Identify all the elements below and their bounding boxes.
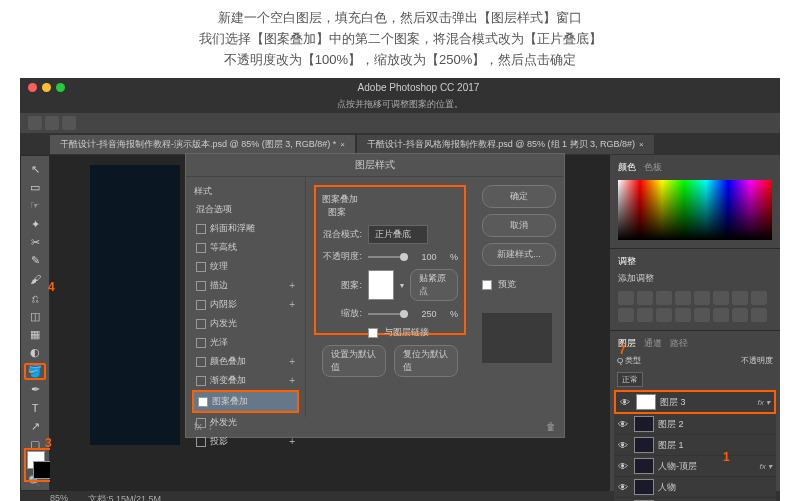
adjustment-icon[interactable] [618,291,634,305]
adjustment-icon[interactable] [618,308,634,322]
style-item-gradient-overlay[interactable]: 渐变叠加+ [192,371,299,390]
adjustments-tab[interactable]: 调整 [618,255,636,268]
adjustment-icon[interactable] [732,308,748,322]
close-tab-icon[interactable]: × [340,140,345,149]
checkbox-icon[interactable] [196,243,206,253]
layer-row[interactable]: 👁 图层 2 [614,414,776,435]
option-button[interactable] [28,116,42,130]
adjustment-icon[interactable] [675,308,691,322]
preview-checkbox[interactable] [482,280,492,290]
adjustment-icon[interactable] [713,291,729,305]
channels-tab[interactable]: 通道 [644,337,662,350]
style-item-color-overlay[interactable]: 颜色叠加+ [192,352,299,371]
opacity-slider[interactable] [368,256,408,258]
add-icon[interactable]: + [289,299,295,310]
gradient-tool[interactable]: ▦ [24,326,46,343]
layer-thumbnail[interactable] [634,416,654,432]
adjustment-icon[interactable] [694,308,710,322]
adjustment-icon[interactable] [732,291,748,305]
blur-tool[interactable]: ◐ [24,344,46,361]
link-checkbox[interactable] [368,328,378,338]
minimize-window-button[interactable] [42,83,51,92]
lasso-tool[interactable]: ☞ [24,197,46,214]
checkbox-icon[interactable] [196,262,206,272]
checkbox-icon[interactable] [196,376,206,386]
adjustment-icon[interactable] [637,291,653,305]
adjustment-icon[interactable] [656,308,672,322]
checkbox-icon[interactable] [196,224,206,234]
layer-row[interactable]: 👁 人物 [614,477,776,498]
close-window-button[interactable] [28,83,37,92]
style-item-pattern-overlay[interactable]: 图案叠加 [192,390,299,413]
visibility-icon[interactable]: 👁 [618,482,630,493]
checkbox-icon[interactable] [198,397,208,407]
pen-tool[interactable]: ✒ [24,381,46,398]
checkbox-icon[interactable] [196,437,206,447]
layer-thumbnail[interactable] [636,394,656,410]
trash-icon[interactable]: 🗑 [546,421,556,432]
marquee-tool[interactable]: ▭ [24,179,46,196]
adjustment-icon[interactable] [656,291,672,305]
visibility-icon[interactable]: 👁 [618,461,630,472]
make-default-button[interactable]: 设置为默认值 [322,345,386,377]
wand-tool[interactable]: ✦ [24,216,46,233]
add-icon[interactable]: + [289,356,295,367]
add-icon[interactable]: + [289,375,295,386]
reset-default-button[interactable]: 复位为默认值 [394,345,458,377]
adjustment-icon[interactable] [713,308,729,322]
adjustment-icon[interactable] [751,308,767,322]
snap-origin-button[interactable]: 贴紧原点 [410,269,458,301]
paths-tab[interactable]: 路径 [670,337,688,350]
style-item-stroke[interactable]: 描边+ [192,276,299,295]
eraser-tool[interactable]: ◫ [24,307,46,324]
layer-thumbnail[interactable] [634,437,654,453]
layer-thumbnail[interactable] [634,479,654,495]
path-tool[interactable]: ↗ [24,418,46,435]
layer-row[interactable]: 👁 图层 1 [614,435,776,456]
adjustment-icon[interactable] [694,291,710,305]
style-item-satin[interactable]: 光泽 [192,333,299,352]
blending-options-item[interactable]: 混合选项 [192,200,299,219]
new-style-button[interactable]: 新建样式... [482,243,556,266]
zoom-level[interactable]: 85% [50,493,68,501]
document-tab[interactable]: 干酷设计-抖音海报制作教程-演示版本.psd @ 85% (图层 3, RGB/… [50,135,355,154]
layer-row[interactable]: 👁 人物-顶层 fx ▾ [614,456,776,477]
option-button[interactable] [62,116,76,130]
swatches-tab[interactable]: 色板 [644,161,662,174]
option-button[interactable] [45,116,59,130]
cancel-button[interactable]: 取消 [482,214,556,237]
background-color[interactable] [33,461,51,479]
checkbox-icon[interactable] [196,357,206,367]
style-item-inner-shadow[interactable]: 内阴影+ [192,295,299,314]
checkbox-icon[interactable] [196,300,206,310]
eyedropper-tool[interactable]: ✎ [24,252,46,269]
checkbox-icon[interactable] [196,319,206,329]
adjustment-icon[interactable] [751,291,767,305]
document-tab[interactable]: 干酷设计-抖音风格海报制作教程.psd @ 85% (组 1 拷贝 3, RGB… [357,135,654,154]
up-down-icon[interactable]: ↕ [208,421,213,432]
fx-icon[interactable]: fx [194,421,202,432]
maximize-window-button[interactable] [56,83,65,92]
ok-button[interactable]: 确定 [482,185,556,208]
style-item-texture[interactable]: 纹理 [192,257,299,276]
add-icon[interactable]: + [289,280,295,291]
color-picker[interactable] [618,180,772,240]
add-icon[interactable]: + [289,436,295,447]
brush-tool[interactable]: 🖌 [24,271,46,288]
blend-mode-select[interactable]: 正常 [617,372,643,387]
scale-value[interactable]: 250 [414,309,444,319]
visibility-icon[interactable]: 👁 [618,440,630,451]
style-item-drop-shadow[interactable]: 投影+ [192,432,299,451]
visibility-icon[interactable]: 👁 [618,419,630,430]
adjustment-icon[interactable] [675,291,691,305]
layer-thumbnail[interactable] [634,458,654,474]
scale-slider[interactable] [368,313,408,315]
style-item-inner-glow[interactable]: 内发光 [192,314,299,333]
close-tab-icon[interactable]: × [639,140,644,149]
stamp-tool[interactable]: ⎌ [24,289,46,306]
checkbox-icon[interactable] [196,281,206,291]
pattern-picker[interactable] [368,270,394,300]
adjustment-icon[interactable] [637,308,653,322]
color-tab[interactable]: 颜色 [618,161,636,174]
checkbox-icon[interactable] [196,338,206,348]
